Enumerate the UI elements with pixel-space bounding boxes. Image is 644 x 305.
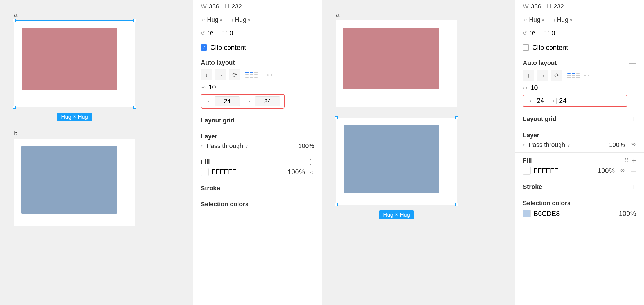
layout-right-btn-2[interactable]: → [537,70,548,81]
layer-eye-icon[interactable]: 👁 [631,142,636,148]
opacity-value: 100% [298,142,314,150]
align2-tm [572,73,575,74]
align-tm [250,72,253,73]
pink-rect-2 [343,28,439,89]
hug-y-chevron: ∨ [247,17,251,23]
layer-row: ○ Pass through ∨ 100% [201,142,314,150]
w-value-2: 336 [531,3,541,10]
align-ml [245,74,249,75]
corner2-tr [455,116,458,119]
fill-add-btn[interactable]: + [632,157,636,165]
layout-wrap-btn-2[interactable]: ⟳ [551,70,562,81]
fill-section: Fill ⋮ FFFFFF 100% ◁ [193,154,322,180]
alignment-grid-2[interactable] [567,73,580,78]
layer-section-2: Layer ○ Pass through ∨ 100% 👁 [515,127,644,153]
frame-b-box [14,139,135,226]
blend-mode-select-2[interactable]: Pass through ∨ [529,141,570,149]
width-item: W 336 [201,3,219,10]
clip-content-row-2[interactable]: Clip content [515,40,644,55]
rotation-item: ↺ 0° [201,29,214,37]
sel-color-value: B6CDE8 [533,210,560,217]
gap-value-2: 10 [530,84,538,92]
hug-x-chevron: ∨ [219,17,223,23]
blue-rect-2 [344,125,439,193]
alignment-grid[interactable] [245,72,258,78]
extra-layout-dots-2 [584,74,590,77]
hug-x-value: Hug [207,16,218,23]
fill-section-2: Fill ⠿ + FFFFFF 100% 👁 — [515,153,644,179]
frame-b-label: b [14,130,179,137]
clip-content-label: Clip content [210,44,246,51]
layout-down-btn[interactable]: ↓ [201,69,212,80]
fill-minus-btn[interactable]: — [631,168,636,174]
selection-section: Selection colors [193,196,322,212]
auto-layout-label-2: Auto layout [523,59,557,67]
layer-label-2: Layer [523,132,539,139]
hug-x-select[interactable]: ↔ Hug ∨ [201,16,223,23]
align-mm [250,74,253,75]
layout-wrap-btn[interactable]: ⟳ [229,69,240,80]
selection-section-2: Selection colors B6CDE8 100% [515,195,644,221]
properties-panel-1: W 336 H 232 ↔ Hug ∨ ↕ Hug ∨ ↺ [193,0,322,305]
corner-br [133,106,136,109]
hug-badge-b2: Hug × Hug [379,210,414,219]
hug-y-select[interactable]: ↕ Hug ∨ [231,16,251,23]
fill-color-swatch-2[interactable] [523,167,531,175]
corner-value: 0 [229,29,233,37]
auto-layout-section-2: Auto layout — ↓ → ⟳ [515,55,644,111]
auto-layout-label: Auto layout [201,59,314,66]
frame-a2[interactable] [336,20,457,107]
dot1 [267,74,269,76]
align2-tl [567,73,571,74]
opacity-value-2: 100% [609,141,625,149]
clip-content-label-2: Clip content [532,44,568,51]
layout-grid-section-2: Layout grid + [515,111,644,127]
clip-content-checkbox-2[interactable] [523,44,529,51]
stroke-section: Stroke [193,180,322,196]
clip-content-checkbox[interactable]: ✓ [201,44,207,51]
hug-y-select-2[interactable]: ↕ Hug ∨ [553,16,573,23]
rotation-value: 0° [207,29,214,37]
clip-content-row[interactable]: ✓ Clip content [193,40,322,55]
hug-row-2: ↔ Hug ∨ ↕ Hug ∨ [515,13,644,26]
auto-layout-minus[interactable]: — [629,59,636,67]
rotation-row-2: ↺ 0° ⌒ 0 [515,26,644,40]
stroke-header-2: Stroke + [523,183,636,191]
dimensions-row: W 336 H 232 [193,0,322,13]
sel-color-swatch[interactable] [523,210,531,217]
corner-bl [13,106,16,109]
padding-minus[interactable]: — [630,97,636,104]
selection-colors-label-2: Selection colors [523,199,571,207]
stroke-label-2: Stroke [523,183,542,190]
layout-down-btn-2[interactable]: ↓ [523,70,534,81]
fill-eye-icon-2[interactable]: 👁 [620,168,625,174]
layout-grid-add-btn[interactable]: + [632,115,636,123]
padding-left-field[interactable]: 24 [215,96,240,106]
blend-chevron-2: ∨ [567,142,570,148]
frame-b[interactable] [14,139,135,226]
layout-right-btn[interactable]: → [215,69,226,80]
rotation-row: ↺ 0° ⌒ 0 [193,26,322,40]
align2-mm [572,75,575,76]
width-item-2: W 336 [523,3,541,10]
hug-x-select-2[interactable]: ↔ Hug ∨ [523,16,545,23]
fill-eye-icon[interactable]: ◁ [310,169,314,175]
padding-right-field[interactable]: 24 [255,96,280,106]
fill-color-swatch[interactable] [201,168,209,176]
blend-mode-select[interactable]: Pass through ∨ [207,142,248,150]
frame-b2[interactable]: Hug × Hug [336,118,457,219]
padding-right-item: →| 24 [246,96,280,106]
frame-a[interactable]: Hug × Hug [14,20,135,121]
fill-dots-menu[interactable]: ⋮ [307,158,314,166]
dot2 [271,74,272,76]
extra-layout-dots [267,74,273,76]
padding-right-field-2: 24 [559,97,567,105]
fill-header-2: Fill ⠿ + [523,157,636,165]
padding-highlight-2: |← 24 →| 24 [523,95,627,107]
fill-dots-menu-2[interactable]: ⠿ [624,157,629,165]
fill-label-2: Fill [523,157,532,164]
padding-right-item-2: →| 24 [550,97,567,105]
align-bl [245,77,249,78]
layout-grid-label-2: Layout grid [523,115,557,123]
stroke-add-btn[interactable]: + [632,183,636,191]
